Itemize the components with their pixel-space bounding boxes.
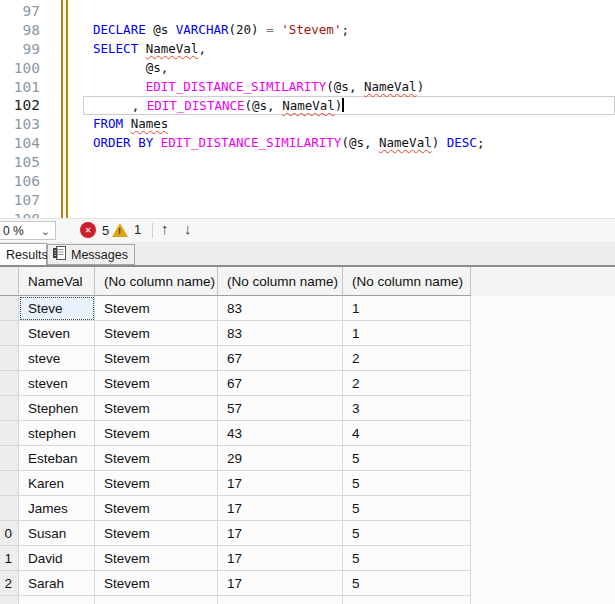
grid-cell[interactable]: 57 bbox=[218, 396, 343, 421]
grid-cell[interactable]: Charles bbox=[19, 596, 95, 604]
column-header-3[interactable]: (No column name) bbox=[343, 267, 471, 296]
code-line[interactable] bbox=[83, 2, 615, 21]
column-header-1[interactable]: (No column name) bbox=[95, 267, 218, 296]
grid-corner-cell[interactable] bbox=[0, 267, 19, 296]
grid-cell[interactable]: Sarah bbox=[19, 571, 95, 596]
grid-cell[interactable]: Stevem bbox=[95, 346, 218, 371]
grid-cell[interactable]: Stevem bbox=[95, 321, 218, 346]
grid-cell[interactable]: Stevem bbox=[95, 446, 218, 471]
grid-cell[interactable]: David bbox=[19, 546, 95, 571]
grid-cell[interactable]: 1 bbox=[343, 321, 471, 346]
line-number: 105 bbox=[0, 153, 40, 172]
grid-cell[interactable]: 67 bbox=[218, 371, 343, 396]
row-header[interactable] bbox=[0, 396, 19, 421]
grid-cell[interactable]: 83 bbox=[218, 321, 343, 346]
code-line[interactable] bbox=[83, 153, 615, 172]
grid-cell[interactable]: Stephen bbox=[19, 396, 95, 421]
row-filler bbox=[471, 521, 615, 546]
grid-cell[interactable]: 17 bbox=[218, 521, 343, 546]
grid-cell[interactable]: Stevem bbox=[95, 546, 218, 571]
grid-cell[interactable]: Stevem bbox=[95, 596, 218, 604]
table-row: KarenStevem175 bbox=[0, 471, 615, 496]
grid-cell[interactable]: 14 bbox=[218, 596, 343, 604]
row-header[interactable] bbox=[0, 296, 19, 321]
row-filler bbox=[471, 546, 615, 571]
error-count-button[interactable]: ✕ 5 bbox=[80, 222, 109, 238]
code-area[interactable]: DECLARE @s VARCHAR(20) = 'Stevem';SELECT… bbox=[83, 2, 615, 218]
grid-cell[interactable]: 5 bbox=[343, 496, 471, 521]
grid-cell[interactable]: Esteban bbox=[19, 446, 95, 471]
grid-cell[interactable]: 2 bbox=[343, 371, 471, 396]
zoom-level-dropdown[interactable]: 0 % ⌄ bbox=[0, 221, 56, 240]
grid-cell[interactable]: 2 bbox=[343, 346, 471, 371]
grid-cell[interactable]: steven bbox=[19, 371, 95, 396]
grid-cell[interactable]: Stevem bbox=[95, 496, 218, 521]
grid-cell[interactable]: Susan bbox=[19, 521, 95, 546]
next-error-button[interactable]: ↓ bbox=[184, 220, 192, 237]
grid-cell[interactable]: Stevem bbox=[95, 571, 218, 596]
row-header[interactable] bbox=[0, 471, 19, 496]
grid-cell[interactable]: 17 bbox=[218, 471, 343, 496]
code-line[interactable] bbox=[83, 191, 615, 210]
grid-cell[interactable]: 5 bbox=[343, 571, 471, 596]
row-header[interactable]: 2 bbox=[0, 571, 19, 596]
grid-cell[interactable]: 29 bbox=[218, 446, 343, 471]
column-header-0[interactable]: NameVal bbox=[19, 267, 95, 296]
grid-cell[interactable]: Stevem bbox=[95, 371, 218, 396]
grid-cell[interactable]: Stevem bbox=[95, 471, 218, 496]
tab-messages[interactable]: Messages bbox=[47, 244, 135, 265]
selected-cell[interactable]: Steve bbox=[19, 296, 95, 321]
warning-count-button[interactable]: ! 1 bbox=[112, 222, 141, 237]
code-line[interactable]: SELECT NameVal, bbox=[83, 40, 615, 59]
warning-icon: ! bbox=[112, 223, 128, 237]
code-line[interactable] bbox=[83, 210, 615, 218]
code-line[interactable]: , EDIT_DISTANCE(@s, NameVal) bbox=[83, 96, 615, 115]
grid-cell[interactable]: Karen bbox=[19, 471, 95, 496]
code-line[interactable] bbox=[83, 172, 615, 191]
grid-cell[interactable]: Stevem bbox=[95, 421, 218, 446]
code-line[interactable]: EDIT_DISTANCE_SIMILARITY(@s, NameVal) bbox=[83, 78, 615, 97]
grid-cell[interactable]: 6 bbox=[343, 596, 471, 604]
line-number: 103 bbox=[0, 115, 40, 134]
grid-cell[interactable]: 5 bbox=[343, 521, 471, 546]
grid-cell[interactable]: 83 bbox=[218, 296, 343, 321]
grid-cell[interactable]: 43 bbox=[218, 421, 343, 446]
column-header-2[interactable]: (No column name) bbox=[218, 267, 343, 296]
code-line[interactable]: ORDER BY EDIT_DISTANCE_SIMILARITY(@s, Na… bbox=[83, 134, 615, 153]
grid-cell[interactable]: 4 bbox=[343, 421, 471, 446]
previous-error-button[interactable]: ↑ bbox=[161, 220, 169, 237]
grid-cell[interactable]: steve bbox=[19, 346, 95, 371]
code-line[interactable]: @s, bbox=[83, 59, 615, 78]
row-header[interactable]: 1 bbox=[0, 546, 19, 571]
grid-cell[interactable]: James bbox=[19, 496, 95, 521]
row-filler bbox=[471, 471, 615, 496]
sql-editor[interactable]: 979899100101102103104105106107108 DECLAR… bbox=[0, 0, 615, 218]
row-header[interactable]: 0 bbox=[0, 521, 19, 546]
text-caret bbox=[342, 98, 344, 112]
grid-cell[interactable]: Steven bbox=[19, 321, 95, 346]
grid-cell[interactable]: Stevem bbox=[95, 296, 218, 321]
grid-cell[interactable]: 17 bbox=[218, 496, 343, 521]
grid-cell[interactable]: 5 bbox=[343, 446, 471, 471]
row-header[interactable] bbox=[0, 321, 19, 346]
row-header[interactable] bbox=[0, 496, 19, 521]
row-header[interactable]: 3 bbox=[0, 596, 19, 604]
code-line[interactable]: FROM Names bbox=[83, 115, 615, 134]
grid-cell[interactable]: 1 bbox=[343, 296, 471, 321]
tab-results[interactable]: Results bbox=[0, 243, 47, 265]
grid-cell[interactable]: 67 bbox=[218, 346, 343, 371]
row-header[interactable] bbox=[0, 346, 19, 371]
grid-cell[interactable]: Stevem bbox=[95, 521, 218, 546]
grid-cell[interactable]: 5 bbox=[343, 471, 471, 496]
grid-cell[interactable]: Stevem bbox=[95, 396, 218, 421]
grid-cell[interactable]: 17 bbox=[218, 571, 343, 596]
row-header[interactable] bbox=[0, 421, 19, 446]
grid-cell[interactable]: 5 bbox=[343, 546, 471, 571]
grid-cell[interactable]: 3 bbox=[343, 396, 471, 421]
row-header[interactable] bbox=[0, 446, 19, 471]
table-row: stevenStevem672 bbox=[0, 371, 615, 396]
row-header[interactable] bbox=[0, 371, 19, 396]
grid-cell[interactable]: stephen bbox=[19, 421, 95, 446]
grid-cell[interactable]: 17 bbox=[218, 546, 343, 571]
code-line[interactable]: DECLARE @s VARCHAR(20) = 'Stevem'; bbox=[83, 21, 615, 40]
